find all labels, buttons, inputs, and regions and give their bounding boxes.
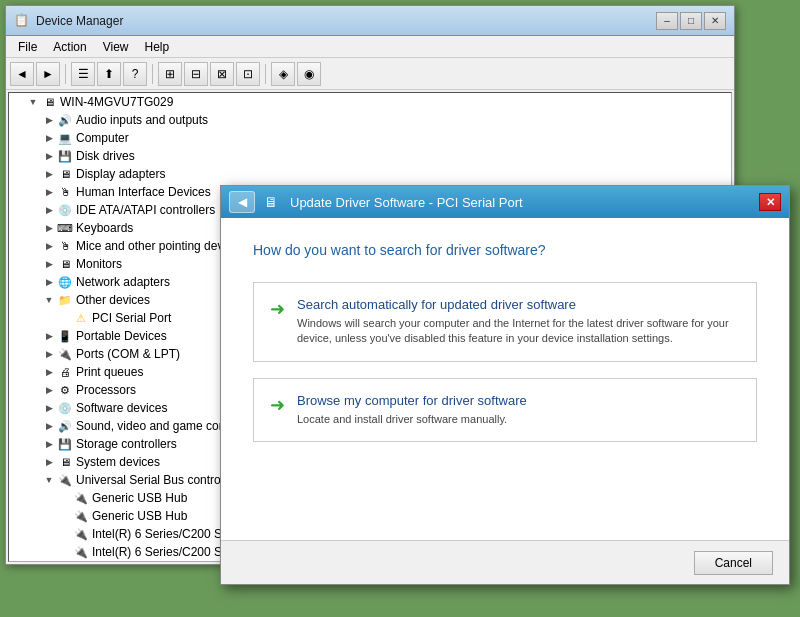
exp-monitors[interactable]: ▶ [41, 259, 57, 269]
exp-ide[interactable]: ▶ [41, 205, 57, 215]
close-icon: ✕ [766, 196, 775, 209]
label-network: Network adapters [76, 275, 170, 289]
tree-audio[interactable]: ▶ 🔊 Audio inputs and outputs [9, 111, 731, 129]
icon-ports: 🔌 [57, 346, 73, 362]
exp-hid[interactable]: ▶ [41, 187, 57, 197]
back-arrow-icon: ◀ [238, 195, 247, 209]
label-software: Software devices [76, 401, 167, 415]
icon-ide: 💿 [57, 202, 73, 218]
label-usb: Universal Serial Bus controllers [76, 473, 243, 487]
exp-software[interactable]: ▶ [41, 403, 57, 413]
exp-display[interactable]: ▶ [41, 169, 57, 179]
exp-audio[interactable]: ▶ [41, 115, 57, 125]
scan-button[interactable]: ⊞ [158, 62, 182, 86]
back-button[interactable]: ◄ [10, 62, 34, 86]
label-kb: Keyboards [76, 221, 133, 235]
icon-intel-usb1: 🔌 [73, 526, 89, 542]
dialog-option-auto[interactable]: ➜ Search automatically for updated drive… [253, 282, 757, 362]
window-title: Device Manager [36, 14, 123, 28]
menu-view[interactable]: View [95, 38, 137, 56]
label-usb-hub2: Generic USB Hub [92, 509, 187, 523]
tree-disk[interactable]: ▶ 💾 Disk drives [9, 147, 731, 165]
icon-proc: ⚙ [57, 382, 73, 398]
exp-network[interactable]: ▶ [41, 277, 57, 287]
tree-root[interactable]: ▼ 🖥 WIN-4MGVU7TG029 [9, 93, 731, 111]
titlebar-left: 📋 Device Manager [14, 13, 123, 29]
forward-button[interactable]: ► [36, 62, 60, 86]
icon-other: 📁 [57, 292, 73, 308]
menu-file[interactable]: File [10, 38, 45, 56]
dialog-content: How do you want to search for driver sof… [221, 218, 789, 540]
close-button[interactable]: ✕ [704, 12, 726, 30]
label-ide: IDE ATA/ATAPI controllers [76, 203, 215, 217]
icon-pci-warning: ⚠ [73, 310, 89, 326]
label-audio: Audio inputs and outputs [76, 113, 208, 127]
icon-intel-usb2: 🔌 [73, 544, 89, 560]
view-resources-button[interactable]: ⊟ [184, 62, 208, 86]
exp-system[interactable]: ▶ [41, 457, 57, 467]
exp-usb[interactable]: ▼ [41, 475, 57, 485]
cancel-button[interactable]: Cancel [694, 551, 773, 575]
icon-usb-hub1: 🔌 [73, 490, 89, 506]
dialog-back-button[interactable]: ◀ [229, 191, 255, 213]
toolbar-sep-2 [152, 64, 153, 84]
exp-sound[interactable]: ▶ [41, 421, 57, 431]
titlebar: 📋 Device Manager – □ ✕ [6, 6, 734, 36]
resources-by-connection-button[interactable]: ⊡ [236, 62, 260, 86]
exp-other[interactable]: ▼ [41, 295, 57, 305]
minimize-button[interactable]: – [656, 12, 678, 30]
help-button[interactable]: ? [123, 62, 147, 86]
exp-portable[interactable]: ▶ [41, 331, 57, 341]
tree-computer[interactable]: ▶ 💻 Computer [9, 129, 731, 147]
exp-storage[interactable]: ▶ [41, 439, 57, 449]
icon-display: 🖥 [57, 166, 73, 182]
exp-print[interactable]: ▶ [41, 367, 57, 377]
exp-computer[interactable]: ▶ [41, 133, 57, 143]
dialog-footer: Cancel [221, 540, 789, 584]
icon-sound: 🔊 [57, 418, 73, 434]
icon-mice: 🖱 [57, 238, 73, 254]
label-mice: Mice and other pointing devic... [76, 239, 242, 253]
option-auto-content: Search automatically for updated driver … [297, 297, 740, 347]
option-auto-desc: Windows will search your computer and th… [297, 316, 740, 347]
exp-disk[interactable]: ▶ [41, 151, 57, 161]
label-portable: Portable Devices [76, 329, 167, 343]
icon-monitors: 🖥 [57, 256, 73, 272]
exp-mice[interactable]: ▶ [41, 241, 57, 251]
icon-disk: 💾 [57, 148, 73, 164]
label-disk: Disk drives [76, 149, 135, 163]
label-proc: Processors [76, 383, 136, 397]
toolbar-sep-3 [265, 64, 266, 84]
tree-display[interactable]: ▶ 🖥 Display adapters [9, 165, 731, 183]
dialog-close-button[interactable]: ✕ [759, 193, 781, 211]
exp-proc[interactable]: ▶ [41, 385, 57, 395]
exp-kb[interactable]: ▶ [41, 223, 57, 233]
dialog-option-browse[interactable]: ➜ Browse my computer for driver software… [253, 378, 757, 442]
label-ports: Ports (COM & LPT) [76, 347, 180, 361]
properties-button[interactable]: ☰ [71, 62, 95, 86]
resources-by-type-button[interactable]: ⊠ [210, 62, 234, 86]
toolbar-sep-1 [65, 64, 66, 84]
menu-action[interactable]: Action [45, 38, 94, 56]
icon-software: 💿 [57, 400, 73, 416]
dialog-question: How do you want to search for driver sof… [253, 242, 757, 258]
label-monitors: Monitors [76, 257, 122, 271]
label-display: Display adapters [76, 167, 165, 181]
icon-kb: ⌨ [57, 220, 73, 236]
devices-by-type-button[interactable]: ◉ [297, 62, 321, 86]
toolbar: ◄ ► ☰ ⬆ ? ⊞ ⊟ ⊠ ⊡ ◈ ◉ [6, 58, 734, 90]
titlebar-controls: – □ ✕ [656, 12, 726, 30]
icon-print: 🖨 [57, 364, 73, 380]
expand-root[interactable]: ▼ [25, 97, 41, 107]
label-hid: Human Interface Devices [76, 185, 211, 199]
icon-computer-root: 🖥 [41, 94, 57, 110]
label-storage: Storage controllers [76, 437, 177, 451]
show-hidden-button[interactable]: ◈ [271, 62, 295, 86]
exp-ports[interactable]: ▶ [41, 349, 57, 359]
menu-help[interactable]: Help [137, 38, 178, 56]
option-browse-title: Browse my computer for driver software [297, 393, 527, 408]
update-driver-button[interactable]: ⬆ [97, 62, 121, 86]
option-auto-title: Search automatically for updated driver … [297, 297, 740, 312]
maximize-button[interactable]: □ [680, 12, 702, 30]
option-browse-content: Browse my computer for driver software L… [297, 393, 527, 427]
